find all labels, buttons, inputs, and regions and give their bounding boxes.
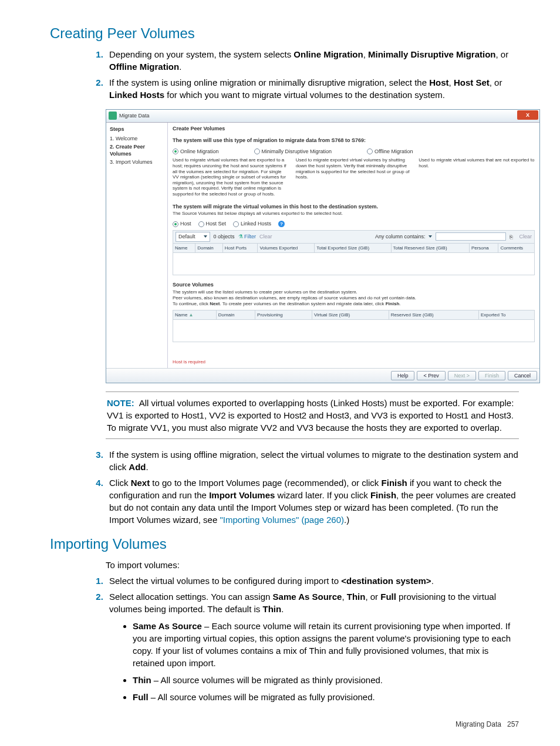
prev-button[interactable]: < Prev — [417, 371, 445, 381]
empty-row — [173, 320, 535, 342]
sidebar-step-create-peer[interactable]: 2. Create Peer Volumes — [110, 143, 164, 158]
radio-icon — [198, 221, 204, 227]
bold: Add — [129, 462, 146, 472]
page-number: 257 — [507, 720, 519, 728]
text: . — [281, 604, 284, 614]
close-button[interactable]: X — [517, 110, 538, 120]
bold: Next — [210, 301, 220, 306]
text: . — [431, 576, 434, 586]
sidebar-step-welcome[interactable]: 1. Welcome — [110, 135, 164, 143]
import-step-1: Select the virtual volumes to be configu… — [106, 575, 519, 587]
col-total-exported[interactable]: Total Exported Size (GiB) — [315, 243, 391, 252]
text: , or — [490, 77, 502, 87]
app-icon — [109, 112, 117, 120]
bold: Next — [131, 478, 150, 488]
next-button[interactable]: Next > — [448, 371, 476, 381]
bold: Thin — [263, 604, 282, 614]
steps-list-creating-cont: If the system is using offline migration… — [50, 448, 519, 526]
footer-section: Migrating Data — [456, 720, 501, 728]
wizard-main-panel: Create Peer Volumes The system will use … — [168, 123, 539, 368]
text: . To create peer volumes on the destinat… — [220, 301, 385, 306]
host-filter-bar: Default 0 objects ⚗ Filter Clear Any col… — [173, 230, 535, 244]
col-domain[interactable]: Domain — [216, 310, 255, 320]
text: Click — [109, 478, 131, 488]
window-title: Migrate Data — [119, 112, 150, 120]
step-2: If the system is using online migration … — [106, 76, 519, 101]
cancel-button[interactable]: Cancel — [508, 371, 537, 381]
col-domain[interactable]: Domain — [195, 243, 223, 252]
source-volumes-table: Name ▲ Domain Provisioning Virtual Size … — [173, 310, 535, 342]
sort-asc-icon: ▲ — [189, 312, 194, 318]
migration-host-line1: The system will migrate the virtual volu… — [173, 203, 535, 211]
filter-link[interactable]: ⚗ Filter — [238, 233, 257, 241]
step-4: Click Next to go to the Import Volumes p… — [106, 477, 519, 526]
steps-list-importing: Select the virtual volumes to be configu… — [50, 575, 519, 703]
link-importing-volumes[interactable]: "Importing Volumes" (page 260) — [220, 515, 344, 525]
radio-online-migration[interactable]: Online Migration — [173, 148, 219, 156]
steps-list-creating: Depending on your system, the system sel… — [50, 48, 519, 101]
text: If the system is using offline migration… — [109, 450, 518, 472]
desc-online: Used to migrate virtual volumes that are… — [173, 157, 289, 197]
sidebar-step-import[interactable]: 3. Import Volumes — [110, 158, 164, 166]
radio-label: Linked Hosts — [241, 220, 271, 228]
hosts-table: Name Domain Host Ports Volumes Exported … — [173, 243, 535, 275]
label: Name — [175, 312, 187, 318]
bold: Full — [133, 692, 149, 702]
bold: Thin — [133, 675, 151, 685]
col-total-reserved[interactable]: Total Reserved Size (GiB) — [391, 243, 469, 252]
radio-host-set[interactable]: Host Set — [198, 220, 227, 228]
bold: Linked Hosts — [109, 90, 164, 100]
radio-label: Online Migration — [180, 148, 219, 156]
note-body: All virtual volumes exported to overlapp… — [107, 398, 514, 433]
clear-link-2[interactable]: Clear — [519, 233, 532, 241]
col-name[interactable]: Name ▲ — [173, 310, 217, 320]
text: Depending on your system, the system sel… — [109, 49, 294, 59]
bold: Host Set — [454, 77, 490, 87]
bold: Finish — [382, 478, 407, 488]
radio-host[interactable]: Host — [173, 220, 191, 228]
chevron-down-icon[interactable] — [429, 235, 432, 238]
radio-minimally-disruptive[interactable]: Minimally Disruptive Migration — [254, 148, 332, 156]
radio-offline-migration[interactable]: Offline Migration — [367, 148, 413, 156]
radio-linked-hosts[interactable]: Linked Hosts — [233, 220, 271, 228]
empty-row — [173, 252, 535, 275]
col-host-ports[interactable]: Host Ports — [222, 243, 258, 252]
radio-icon — [173, 221, 178, 227]
help-icon[interactable]: ? — [278, 221, 285, 227]
col-rsize[interactable]: Reserved Size (GiB) — [389, 310, 478, 320]
text: If the system is using online migration … — [109, 77, 429, 87]
col-comments[interactable]: Comments — [498, 243, 535, 252]
text: – All source volumes will be migrated as… — [151, 675, 383, 685]
col-vol-exported[interactable]: Volumes Exported — [258, 243, 315, 252]
sidebar-header: Steps — [110, 126, 164, 133]
bold: Finish — [370, 490, 396, 500]
filter-input[interactable] — [436, 232, 506, 241]
col-exported-to[interactable]: Exported To — [478, 310, 534, 320]
col-name[interactable]: Name — [173, 243, 195, 252]
bold: Minimally Disruptive Migration — [368, 49, 496, 59]
bold: Import Volumes — [209, 490, 275, 500]
radio-label: Host Set — [206, 220, 227, 228]
col-provisioning[interactable]: Provisioning — [255, 310, 312, 320]
note-label: NOTE: — [107, 398, 134, 408]
migration-host-line2: The Source Volumes list below displays a… — [173, 210, 535, 217]
text: Select the virtual volumes to be configu… — [109, 576, 341, 586]
note-block: NOTE:All virtual volumes exported to ove… — [106, 391, 519, 439]
col-vsize[interactable]: Virtual Size (GiB) — [312, 310, 389, 320]
anycol-label: Any column contains: — [375, 233, 426, 241]
bold: <destination system> — [341, 576, 431, 586]
chevron-down-icon — [204, 235, 207, 238]
finish-button[interactable]: Finish — [478, 371, 505, 381]
copy-icon[interactable]: ⎘ — [510, 234, 515, 239]
radio-label: Host — [180, 220, 191, 228]
page-footer: Migrating Data 257 — [50, 720, 519, 730]
domain-dropdown[interactable]: Default — [176, 232, 210, 242]
text: Select allocation settings. You can assi… — [109, 592, 273, 602]
text: to go to the Import Volumes page (recomm… — [150, 478, 381, 488]
clear-link[interactable]: Clear — [259, 233, 272, 241]
help-button[interactable]: Help — [391, 371, 415, 381]
col-persona[interactable]: Persona — [469, 243, 498, 252]
text: To continue, click — [173, 301, 210, 306]
desc-mdm: Used to migrate exported virtual volumes… — [296, 157, 412, 197]
text: , or — [496, 49, 509, 59]
